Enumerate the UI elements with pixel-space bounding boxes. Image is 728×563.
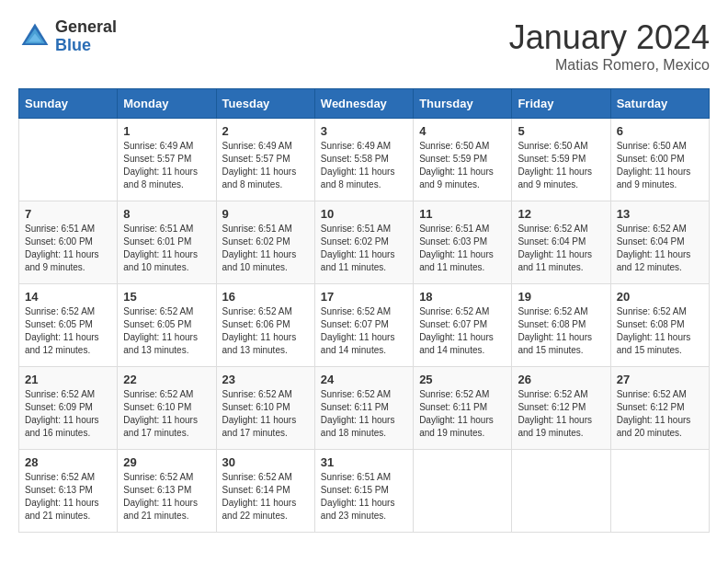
day-number: 17 [321,290,407,304]
calendar-cell: 20Sunrise: 6:52 AMSunset: 6:08 PMDayligh… [610,284,709,367]
day-info: Sunrise: 6:52 AMSunset: 6:05 PMDaylight:… [25,305,111,357]
day-number: 15 [123,290,210,304]
day-info: Sunrise: 6:52 AMSunset: 6:13 PMDaylight:… [123,471,210,523]
calendar-cell: 14Sunrise: 6:52 AMSunset: 6:05 PMDayligh… [19,284,118,367]
calendar-cell [610,450,709,533]
calendar-cell: 2Sunrise: 6:49 AMSunset: 5:57 PMDaylight… [216,119,314,201]
week-row-4: 21Sunrise: 6:52 AMSunset: 6:09 PMDayligh… [19,367,710,450]
calendar-cell: 22Sunrise: 6:52 AMSunset: 6:10 PMDayligh… [118,367,216,450]
day-info: Sunrise: 6:52 AMSunset: 6:10 PMDaylight:… [222,388,309,440]
calendar-cell: 1Sunrise: 6:49 AMSunset: 5:57 PMDaylight… [118,119,216,201]
day-info: Sunrise: 6:52 AMSunset: 6:07 PMDaylight:… [321,305,407,357]
day-number: 12 [518,207,604,221]
day-number: 19 [518,290,604,304]
day-number: 3 [321,124,407,138]
day-number: 2 [222,124,309,138]
day-number: 11 [419,207,506,221]
day-info: Sunrise: 6:52 AMSunset: 6:05 PMDaylight:… [123,305,210,357]
page-header: General Blue January 2024 Matias Romero,… [18,18,710,74]
header-day-tuesday: Tuesday [216,89,314,119]
day-number: 1 [123,124,210,138]
calendar-cell: 26Sunrise: 6:52 AMSunset: 6:12 PMDayligh… [512,367,610,450]
calendar-cell: 25Sunrise: 6:52 AMSunset: 6:11 PMDayligh… [414,367,512,450]
calendar-cell: 12Sunrise: 6:52 AMSunset: 6:04 PMDayligh… [512,201,610,284]
calendar-cell: 16Sunrise: 6:52 AMSunset: 6:06 PMDayligh… [216,284,314,367]
day-number: 6 [617,124,703,138]
day-number: 29 [123,455,210,469]
day-number: 22 [123,373,210,386]
day-number: 18 [419,290,506,304]
day-number: 26 [518,373,604,386]
day-info: Sunrise: 6:49 AMSunset: 5:58 PMDaylight:… [321,140,407,191]
day-info: Sunrise: 6:52 AMSunset: 6:11 PMDaylight:… [419,388,506,440]
day-number: 5 [518,124,604,138]
day-number: 20 [617,290,703,304]
calendar-cell: 23Sunrise: 6:52 AMSunset: 6:10 PMDayligh… [216,367,314,450]
day-info: Sunrise: 6:51 AMSunset: 6:02 PMDaylight:… [321,223,407,274]
day-number: 27 [617,373,703,386]
location: Matias Romero, Mexico [509,57,710,74]
day-info: Sunrise: 6:49 AMSunset: 5:57 PMDaylight:… [222,140,309,191]
day-number: 14 [25,290,111,304]
header-day-wednesday: Wednesday [314,89,413,119]
day-number: 9 [222,207,309,221]
day-info: Sunrise: 6:52 AMSunset: 6:04 PMDaylight:… [518,223,604,274]
calendar-cell: 8Sunrise: 6:51 AMSunset: 6:01 PMDaylight… [118,201,216,284]
day-info: Sunrise: 6:51 AMSunset: 6:01 PMDaylight:… [123,223,210,274]
calendar-cell: 19Sunrise: 6:52 AMSunset: 6:08 PMDayligh… [512,284,610,367]
day-info: Sunrise: 6:52 AMSunset: 6:14 PMDaylight:… [222,471,309,523]
day-number: 30 [222,455,309,469]
header-day-monday: Monday [118,89,216,119]
day-number: 25 [419,373,506,386]
calendar-cell: 13Sunrise: 6:52 AMSunset: 6:04 PMDayligh… [610,201,709,284]
calendar-cell: 7Sunrise: 6:51 AMSunset: 6:00 PMDaylight… [19,201,118,284]
day-number: 4 [419,124,506,138]
day-number: 10 [321,207,407,221]
day-number: 24 [321,373,407,386]
day-info: Sunrise: 6:52 AMSunset: 6:10 PMDaylight:… [123,388,210,440]
header-day-sunday: Sunday [19,89,118,119]
day-number: 13 [617,207,703,221]
week-row-1: 1Sunrise: 6:49 AMSunset: 5:57 PMDaylight… [19,119,710,201]
day-number: 23 [222,373,309,386]
month-title: January 2024 [509,18,710,57]
day-info: Sunrise: 6:52 AMSunset: 6:06 PMDaylight:… [222,305,309,357]
day-info: Sunrise: 6:50 AMSunset: 5:59 PMDaylight:… [419,140,506,191]
logo: General Blue [18,18,117,55]
calendar-cell [512,450,610,533]
day-info: Sunrise: 6:51 AMSunset: 6:15 PMDaylight:… [321,471,407,523]
calendar-cell: 18Sunrise: 6:52 AMSunset: 6:07 PMDayligh… [414,284,512,367]
day-info: Sunrise: 6:52 AMSunset: 6:09 PMDaylight:… [25,388,111,440]
calendar-cell: 11Sunrise: 6:51 AMSunset: 6:03 PMDayligh… [414,201,512,284]
week-row-2: 7Sunrise: 6:51 AMSunset: 6:00 PMDaylight… [19,201,710,284]
calendar-header: SundayMondayTuesdayWednesdayThursdayFrid… [19,89,710,119]
day-info: Sunrise: 6:51 AMSunset: 6:03 PMDaylight:… [419,223,506,274]
calendar-cell: 4Sunrise: 6:50 AMSunset: 5:59 PMDaylight… [414,119,512,201]
day-info: Sunrise: 6:52 AMSunset: 6:12 PMDaylight:… [617,388,703,440]
calendar-cell: 21Sunrise: 6:52 AMSunset: 6:09 PMDayligh… [19,367,118,450]
day-number: 31 [321,455,407,469]
calendar-cell: 31Sunrise: 6:51 AMSunset: 6:15 PMDayligh… [314,450,413,533]
calendar-body: 1Sunrise: 6:49 AMSunset: 5:57 PMDaylight… [19,119,710,533]
day-info: Sunrise: 6:51 AMSunset: 6:02 PMDaylight:… [222,223,309,274]
day-info: Sunrise: 6:52 AMSunset: 6:08 PMDaylight:… [617,305,703,357]
day-number: 16 [222,290,309,304]
header-day-friday: Friday [512,89,610,119]
header-day-saturday: Saturday [610,89,709,119]
logo-text: General Blue [55,18,117,55]
day-info: Sunrise: 6:52 AMSunset: 6:08 PMDaylight:… [518,305,604,357]
calendar-cell [19,119,118,201]
header-row: SundayMondayTuesdayWednesdayThursdayFrid… [19,89,710,119]
day-info: Sunrise: 6:52 AMSunset: 6:12 PMDaylight:… [518,388,604,440]
logo-blue-text: Blue [55,37,117,55]
calendar-cell: 29Sunrise: 6:52 AMSunset: 6:13 PMDayligh… [118,450,216,533]
day-info: Sunrise: 6:50 AMSunset: 6:00 PMDaylight:… [617,140,703,191]
day-number: 7 [25,207,111,221]
calendar-cell: 28Sunrise: 6:52 AMSunset: 6:13 PMDayligh… [19,450,118,533]
calendar-table: SundayMondayTuesdayWednesdayThursdayFrid… [18,88,710,533]
day-info: Sunrise: 6:52 AMSunset: 6:07 PMDaylight:… [419,305,506,357]
calendar-cell: 3Sunrise: 6:49 AMSunset: 5:58 PMDaylight… [314,119,413,201]
week-row-3: 14Sunrise: 6:52 AMSunset: 6:05 PMDayligh… [19,284,710,367]
calendar-cell: 27Sunrise: 6:52 AMSunset: 6:12 PMDayligh… [610,367,709,450]
calendar-cell [414,450,512,533]
